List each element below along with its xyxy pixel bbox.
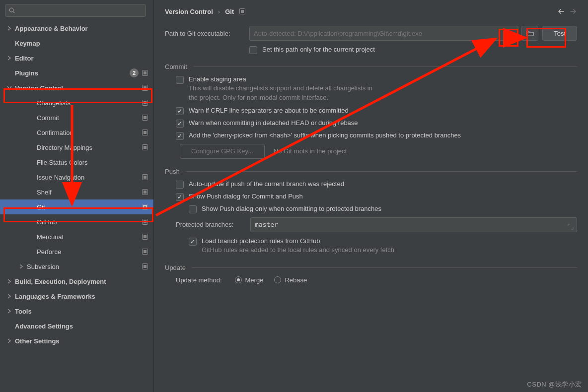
radio-merge[interactable]: Merge (235, 276, 264, 284)
show-push-protected-label: Show Push dialog only when committing to… (202, 205, 381, 212)
sidebar-item-label: Tools (15, 308, 148, 315)
svg-rect-27 (144, 265, 147, 268)
git-path-input[interactable] (254, 30, 514, 37)
enable-staging-hint: This will disable changelists support an… (189, 84, 372, 103)
project-scope-icon (142, 248, 148, 255)
checkbox-checked-icon[interactable] (176, 132, 184, 140)
sidebar-item-languages-frameworks[interactable]: Languages & Frameworks (0, 289, 153, 304)
git-path-label: Path to Git executable: (165, 30, 249, 37)
svg-rect-21 (144, 220, 147, 223)
sidebar-item-label: Issue Navigation (37, 174, 142, 181)
auto-update-label: Auto-update if push of the current branc… (189, 180, 344, 188)
sidebar-item-keymap[interactable]: Keymap (0, 36, 153, 51)
show-push-dialog-row[interactable]: Show Push dialog for Commit and Push (165, 193, 577, 201)
configure-gpg-button: Configure GPG Key... (180, 144, 265, 159)
gpg-row: Configure GPG Key... No Git roots in the… (165, 144, 577, 159)
sidebar-item-label: Shelf (37, 189, 142, 196)
cherry-pick-row[interactable]: Add the 'cherry-picked from <hash>' suff… (165, 131, 577, 140)
breadcrumb: Version Control › Git (154, 0, 588, 23)
sidebar-item-advanced-settings[interactable]: Advanced Settings (0, 319, 153, 333)
sidebar-item-commit[interactable]: Commit (0, 110, 153, 125)
git-path-field[interactable] (249, 26, 518, 41)
svg-rect-29 (241, 10, 244, 13)
browse-button[interactable] (521, 26, 538, 41)
set-path-only-label: Set this path only for the current proje… (262, 46, 375, 53)
checkbox-icon[interactable] (176, 181, 184, 189)
checkbox-icon[interactable] (176, 76, 184, 84)
push-section-title: Push (165, 168, 577, 175)
svg-rect-5 (144, 86, 147, 89)
svg-rect-23 (144, 235, 147, 238)
auto-update-row[interactable]: Auto-update if push of the current branc… (165, 180, 577, 189)
chevron-right-icon (6, 294, 13, 299)
chevron-right-icon: › (218, 8, 220, 15)
search-input[interactable] (15, 7, 143, 14)
nav-back-button[interactable] (555, 5, 567, 17)
search-box[interactable] (5, 4, 146, 17)
checkbox-icon[interactable] (249, 46, 257, 54)
sidebar-item-label: Build, Execution, Deployment (15, 278, 148, 285)
sidebar-item-build-execution-deployment[interactable]: Build, Execution, Deployment (0, 274, 153, 289)
sidebar-item-perforce[interactable]: Perforce (0, 244, 153, 259)
warn-crlf-row[interactable]: Warn if CRLF line separators are about t… (165, 107, 577, 115)
sidebar-item-mercurial[interactable]: Mercurial (0, 229, 153, 244)
expand-icon[interactable] (568, 224, 574, 230)
sidebar-item-subversion[interactable]: Subversion (0, 259, 153, 274)
test-button[interactable]: Test (542, 26, 577, 41)
sidebar-item-label: Plugins (15, 69, 130, 77)
project-scope-icon (142, 69, 148, 76)
show-push-protected-row[interactable]: Show Push dialog only when committing to… (165, 205, 577, 213)
checkbox-checked-icon[interactable] (176, 193, 184, 201)
project-scope-icon (142, 144, 148, 151)
checkbox-icon[interactable] (189, 205, 197, 213)
sidebar-item-label: Advanced Settings (15, 323, 148, 330)
sidebar-item-version-control[interactable]: Version Control (0, 80, 153, 95)
sidebar-item-issue-navigation[interactable]: Issue Navigation (0, 170, 153, 185)
sidebar-item-git[interactable]: Git (0, 199, 153, 214)
checkbox-checked-icon[interactable] (176, 107, 184, 115)
project-scope-icon (142, 189, 148, 196)
protected-branches-row: Protected branches: (165, 217, 577, 232)
settings-content: Version Control › Git Path to Git execut… (154, 0, 588, 392)
show-push-dialog-label: Show Push dialog for Commit and Push (189, 193, 303, 200)
set-path-only-row[interactable]: Set this path only for the current proje… (165, 46, 577, 54)
sidebar-item-appearance-behavior[interactable]: Appearance & Behavior (0, 21, 153, 36)
settings-tree: Appearance & BehaviorKeymapEditorPlugins… (0, 20, 153, 392)
sidebar-item-confirmation[interactable]: Confirmation (0, 125, 153, 140)
svg-line-1 (13, 11, 14, 13)
warn-detached-row[interactable]: Warn when committing in detached HEAD or… (165, 119, 577, 128)
sidebar-item-label: Perforce (37, 248, 142, 256)
load-rules-row[interactable]: Load branch protection rules from GitHub… (165, 237, 577, 255)
sidebar-item-editor[interactable]: Editor (0, 51, 153, 65)
sidebar-item-file-status-colors[interactable]: File Status Colors (0, 155, 153, 170)
update-section-title: Update (165, 264, 577, 271)
sidebar-item-tools[interactable]: Tools (0, 304, 153, 319)
project-scope-icon (142, 114, 148, 121)
project-scope-icon (142, 233, 148, 240)
watermark: CSDN @浅学小宏 (527, 380, 582, 389)
radio-selected-icon (235, 276, 242, 283)
breadcrumb-b: Git (225, 8, 234, 15)
settings-sidebar: Appearance & BehaviorKeymapEditorPlugins… (0, 0, 154, 392)
svg-rect-9 (144, 116, 147, 119)
svg-rect-25 (144, 250, 147, 253)
sidebar-item-github[interactable]: GitHub (0, 214, 153, 229)
commit-section: Commit Enable staging area This will dis… (165, 63, 577, 159)
sidebar-item-other-settings[interactable]: Other Settings (0, 333, 153, 348)
protected-branches-input[interactable] (255, 221, 573, 228)
search-icon (8, 7, 15, 14)
chevron-right-icon (6, 338, 13, 343)
sidebar-item-plugins[interactable]: Plugins2 (0, 65, 153, 80)
project-scope-icon (142, 203, 148, 210)
sidebar-item-changelists[interactable]: Changelists (0, 95, 153, 110)
protected-branches-field[interactable] (250, 217, 577, 232)
sidebar-item-directory-mappings[interactable]: Directory Mappings (0, 140, 153, 155)
chevron-right-icon (6, 309, 13, 314)
sidebar-item-shelf[interactable]: Shelf (0, 185, 153, 199)
enable-staging-row[interactable]: Enable staging area This will disable ch… (165, 75, 577, 103)
svg-rect-3 (144, 71, 147, 74)
checkbox-checked-icon[interactable] (189, 238, 197, 246)
radio-rebase[interactable]: Rebase (274, 276, 307, 284)
update-section: Update Update method: Merge Rebase (165, 264, 577, 284)
checkbox-checked-icon[interactable] (176, 120, 184, 128)
